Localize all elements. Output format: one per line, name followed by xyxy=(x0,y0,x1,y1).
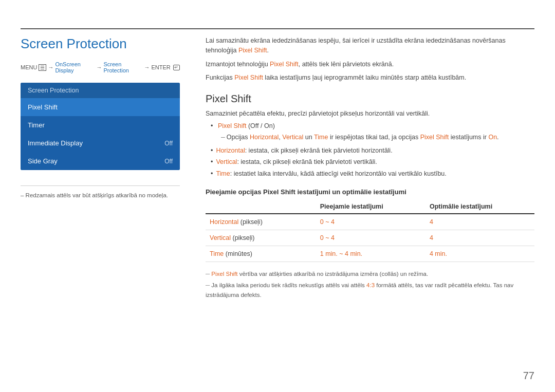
bullet-item-2: Horizontal: iestata, cik pikseļi ekrānā … xyxy=(211,145,534,157)
footer-note-2: Ja ilgāka laika periodu tiek rādīts neku… xyxy=(206,281,534,300)
menu-item-side-gray-value: Off xyxy=(164,158,173,165)
sub-list-1: Opcijas Horizontal, Vertical un Time ir … xyxy=(211,132,534,143)
bullet-link-time: Time xyxy=(216,170,230,177)
bullet-link-vertical: Vertical xyxy=(216,158,237,165)
intro-link-2: Pixel Shift xyxy=(270,61,299,68)
intro-text-3: Funkcijas Pixel Shift laika iestatījums … xyxy=(206,73,534,83)
sub-link-time: Time xyxy=(314,134,328,141)
table-cell-horizontal-range: 0 ~ 4 xyxy=(316,214,425,230)
section-title: Pixel Shift xyxy=(206,93,534,105)
footer-note-1: Pixel Shift vērtība var atšķirties atkar… xyxy=(206,269,534,278)
table-cell-time-optimal: 4 min. xyxy=(425,246,534,262)
menu-item-immediate-display-label: Immediate Display xyxy=(28,139,83,147)
intro-text-2: Izmantojot tehnoloģiju Pixel Shift, attē… xyxy=(206,60,534,69)
menu-box: Screen Protection Pixel Shift Timer Imme… xyxy=(21,83,180,170)
intro-link-1: Pixel Shift xyxy=(238,47,267,54)
table-cell-vertical-range: 0 ~ 4 xyxy=(316,230,425,246)
breadcrumb-link-screen-protection[interactable]: Screen Protection xyxy=(103,61,142,73)
table-cell-time-range: 1 min. ~ 4 min. xyxy=(316,246,425,262)
menu-item-immediate-display[interactable]: Immediate Display Off xyxy=(21,134,180,152)
bullet-item-3: Vertical: iestata, cik pikseļi ekrānā ti… xyxy=(211,156,534,168)
data-table: Pieejamie iestatījumi Optimālie iestatīj… xyxy=(206,200,534,262)
table-row-horizontal: Horizontal (pikseļi) 0 ~ 4 4 xyxy=(206,214,534,230)
table-row-time: Time (minūtes) 1 min. ~ 4 min. 4 min. xyxy=(206,246,534,262)
page-number: 77 xyxy=(523,370,534,382)
sub-link-pixel-shift: Pixel Shift xyxy=(420,134,449,141)
footer-link-43: 4:3 xyxy=(366,282,375,288)
sub-link-on: On xyxy=(488,134,497,141)
breadcrumb-arrow-2: → xyxy=(96,64,102,70)
table-header-label xyxy=(206,200,316,214)
menu-item-pixel-shift-label: Pixel Shift xyxy=(28,103,58,111)
table-header-optimal: Optimālie iestatījumi xyxy=(425,200,534,214)
time-link: Time xyxy=(210,250,224,257)
table-title: Pieejamie opcijas Pixel Shift iestatījum… xyxy=(206,188,534,196)
table-row-vertical: Vertical (pikseļi) 0 ~ 4 4 xyxy=(206,230,534,246)
sub-link-vertical: Vertical xyxy=(282,134,303,141)
menu-item-pixel-shift[interactable]: Pixel Shift xyxy=(21,98,180,116)
menu-item-immediate-display-value: Off xyxy=(164,140,173,147)
breadcrumb-link-onscreen[interactable]: OnScreen Display xyxy=(55,61,95,73)
table-cell-vertical-optimal: 4 xyxy=(425,230,534,246)
breadcrumb-enter-icon: ↵ xyxy=(173,65,180,70)
top-border xyxy=(21,28,534,29)
menu-item-side-gray-label: Side Gray xyxy=(28,157,58,165)
right-panel: Lai samazinātu ekrāna iededzināšanas ies… xyxy=(200,36,534,371)
breadcrumb: MENU ☰ → OnScreen Display → Screen Prote… xyxy=(21,61,180,73)
sub-link-horizontal: Horizontal xyxy=(250,134,279,141)
left-panel: Screen Protection MENU ☰ → OnScreen Disp… xyxy=(21,36,180,371)
footer-notes: Pixel Shift vērtība var atšķirties atkar… xyxy=(206,269,534,300)
section-desc: Samaziniet pēcattēla efektu, precīzi pār… xyxy=(206,110,534,117)
vertical-link: Vertical xyxy=(210,234,231,241)
table-cell-horizontal-optimal: 4 xyxy=(425,214,534,230)
table-cell-vertical-label: Vertical (pikseļi) xyxy=(206,230,316,246)
menu-item-timer-label: Timer xyxy=(28,121,45,129)
table-cell-time-label: Time (minūtes) xyxy=(206,246,316,262)
bullet-list: Pixel Shift (Off / On) Opcijas Horizonta… xyxy=(206,120,534,180)
menu-box-header: Screen Protection xyxy=(21,83,180,98)
table-header-available: Pieejamie iestatījumi xyxy=(316,200,425,214)
intro-text-1: Lai samazinātu ekrāna iededzināšanas ies… xyxy=(206,36,534,55)
bullet-link-horizontal: Horizontal xyxy=(216,147,245,154)
note-line: – Redzamais attēls var būt atšķirīgs atk… xyxy=(21,185,180,198)
breadcrumb-arrow-3: → xyxy=(144,64,150,70)
bullet-link-pixel-shift: Pixel Shift xyxy=(218,122,247,129)
bullet-item-1: Pixel Shift (Off / On) Opcijas Horizonta… xyxy=(211,120,534,145)
menu-item-timer[interactable]: Timer xyxy=(21,116,180,134)
menu-item-side-gray[interactable]: Side Gray Off xyxy=(21,152,180,170)
breadcrumb-menu: MENU xyxy=(21,64,37,70)
breadcrumb-enter: ENTER xyxy=(151,64,170,70)
page-title: Screen Protection xyxy=(21,36,180,52)
table-cell-horizontal-label: Horizontal (pikseļi) xyxy=(206,214,316,230)
sub-item-1: Opcijas Horizontal, Vertical un Time ir … xyxy=(221,132,534,143)
breadcrumb-arrow-1: → xyxy=(48,64,53,70)
intro-link-3: Pixel Shift xyxy=(234,74,263,81)
horizontal-link: Horizontal xyxy=(210,218,238,226)
bullet-item-4: Time: iestatiet laika intervālu, kādā at… xyxy=(211,168,534,180)
footer-link-pixel-shift-1: Pixel Shift xyxy=(211,271,237,277)
breadcrumb-menu-symbol: ☰ xyxy=(39,64,46,71)
